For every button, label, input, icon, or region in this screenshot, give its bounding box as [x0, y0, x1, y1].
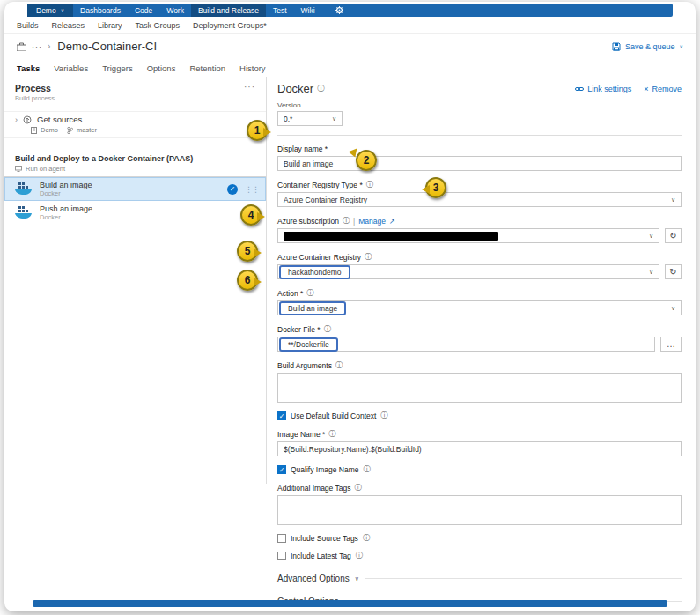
ellipsis-icon: … — [667, 339, 675, 349]
remove-button[interactable]: × Remove — [644, 85, 682, 93]
image-name-input[interactable]: $(Build.Repository.Name):$(Build.BuildId… — [277, 441, 682, 456]
manage-link[interactable]: Manage — [358, 217, 386, 226]
version-select[interactable]: 0.* ∨ — [277, 111, 343, 126]
info-icon[interactable]: ⓘ — [306, 288, 313, 298]
refresh-subscription-button[interactable]: ↻ — [665, 228, 682, 243]
tab-retention[interactable]: Retention — [189, 63, 225, 73]
page-title: Demo-Container-CI — [57, 40, 157, 53]
process-title: Process — [15, 83, 255, 93]
build-arguments-textarea[interactable] — [277, 373, 682, 403]
info-icon[interactable]: ⓘ — [363, 533, 370, 543]
callout-6: 6 — [237, 270, 258, 291]
info-icon[interactable]: ⓘ — [356, 551, 363, 560]
tab-triggers[interactable]: Triggers — [102, 63, 133, 73]
app-window: Demo ∨ Dashboards Code Work Build and Re… — [4, 2, 696, 611]
include-latest-tag-checkbox[interactable] — [277, 552, 286, 560]
info-icon[interactable]: ⓘ — [366, 180, 373, 189]
info-icon[interactable]: ⓘ — [380, 411, 387, 420]
nav-work[interactable]: Work — [159, 4, 191, 17]
source-icon — [23, 115, 32, 124]
nav-test[interactable]: Test — [266, 4, 294, 17]
docker-file-label: Docker File * — [277, 325, 321, 334]
nav-build-and-release[interactable]: Build and Release — [191, 4, 266, 17]
use-default-build-context-checkbox[interactable]: ✓ — [277, 411, 286, 420]
task-label: Push an image — [40, 204, 92, 213]
selected-check-icon: ✓ — [227, 184, 238, 195]
gear-icon[interactable] — [328, 4, 351, 17]
refresh-acr-button[interactable]: ↻ — [665, 264, 682, 279]
callout-number: 3 — [433, 182, 439, 194]
build-arguments-label: Build Arguments — [277, 361, 332, 370]
tab-options[interactable]: Options — [147, 63, 176, 73]
main-content: Process Build process ··· › Get sources — [4, 77, 696, 611]
close-icon: × — [644, 85, 648, 93]
info-icon[interactable]: ⓘ — [324, 324, 331, 334]
breadcrumb: ··· › Demo-Container-CI Save & queue ∨ — [4, 34, 696, 58]
link-settings-button[interactable]: Link settings — [575, 85, 631, 93]
action-select[interactable]: Build an image ∨ — [277, 300, 682, 315]
docker-file-value: **/Dockerfile — [279, 337, 338, 352]
more-options-button[interactable]: ··· — [244, 82, 255, 92]
nav-code[interactable]: Code — [128, 4, 159, 17]
refresh-icon: ↻ — [669, 267, 676, 277]
qualify-image-name-checkbox[interactable]: ✓ — [277, 465, 286, 474]
save-queue-label: Save & queue — [625, 42, 675, 51]
phase-title: Build and Deploy to a Docker Container (… — [15, 154, 255, 163]
repo-icon — [31, 127, 37, 134]
definition-tabs: Tasks Variables Triggers Options Retenti… — [4, 58, 696, 77]
project-menu[interactable]: Demo ∨ — [27, 4, 73, 17]
additional-image-tags-label: Additional Image Tags — [277, 484, 350, 493]
browse-docker-file-button[interactable]: … — [660, 337, 682, 352]
drag-handle[interactable]: ⋮⋮ — [245, 185, 259, 194]
page: Demo ∨ Dashboards Code Work Build and Re… — [0, 0, 700, 615]
subnav-deployment-groups[interactable]: Deployment Groups* — [193, 21, 267, 30]
project-name: Demo — [36, 6, 56, 15]
task-push-an-image[interactable]: Push an image Docker — [4, 201, 266, 225]
tab-history[interactable]: History — [239, 63, 266, 73]
advanced-options-section[interactable]: Advanced Options ∨ — [277, 574, 682, 583]
agent-icon — [15, 166, 22, 172]
info-icon[interactable]: ⓘ — [363, 464, 370, 474]
check-icon: ✓ — [278, 412, 285, 421]
subscription-select[interactable]: ∨ — [277, 228, 659, 243]
external-link-icon: ↗ — [389, 217, 395, 226]
save-queue-button[interactable]: Save & queue ∨ — [612, 42, 683, 51]
chevron-down-icon: ∨ — [332, 115, 336, 122]
info-icon[interactable]: ⓘ — [354, 483, 361, 493]
get-sources-item[interactable]: › Get sources Demo — [4, 111, 266, 138]
chevron-right-icon: › — [15, 115, 18, 124]
subnav-library[interactable]: Library — [98, 21, 122, 30]
info-icon[interactable]: ⓘ — [343, 216, 350, 226]
branch-name: master — [77, 126, 97, 134]
subnav-builds[interactable]: Builds — [17, 21, 39, 30]
divider — [277, 135, 682, 136]
process-header[interactable]: Process Build process ··· — [4, 80, 266, 102]
action-value: Build an image — [279, 301, 346, 315]
include-source-tags-checkbox[interactable] — [277, 534, 286, 543]
info-icon[interactable]: ⓘ — [365, 252, 372, 262]
breadcrumb-ellipsis[interactable]: ··· — [32, 42, 42, 51]
subscription-label: Azure subscription — [277, 217, 339, 226]
subnav-releases[interactable]: Releases — [52, 21, 85, 30]
agent-phase-header[interactable]: Build and Deploy to a Docker Container (… — [4, 152, 266, 177]
include-source-tags-label: Include Source Tags — [291, 534, 358, 543]
callout-4: 4 — [240, 204, 262, 226]
tab-variables[interactable]: Variables — [54, 63, 88, 73]
chevron-down-icon: ∨ — [649, 233, 653, 240]
subnav-task-groups[interactable]: Task Groups — [136, 21, 181, 30]
chevron-down-icon: ∨ — [680, 43, 683, 49]
info-icon[interactable]: ⓘ — [335, 360, 343, 370]
nav-wiki[interactable]: Wiki — [294, 4, 322, 17]
acr-select[interactable]: hackathondemo ∨ — [277, 264, 659, 279]
info-icon[interactable]: ⓘ — [317, 84, 324, 93]
docker-file-input[interactable]: **/Dockerfile — [277, 337, 655, 352]
nav-dashboards[interactable]: Dashboards — [73, 4, 128, 17]
task-build-an-image[interactable]: Build an image Docker ✓ ⋮⋮ — [4, 177, 266, 201]
callout-1: 1 — [247, 120, 268, 141]
tab-tasks[interactable]: Tasks — [17, 63, 40, 73]
additional-image-tags-textarea[interactable] — [277, 495, 682, 525]
registry-type-select[interactable]: Azure Container Registry ∨ — [277, 192, 682, 207]
display-name-input[interactable]: Build an image — [277, 156, 682, 171]
info-icon[interactable]: ⓘ — [328, 429, 335, 439]
acr-value: hackathondemo — [279, 265, 350, 279]
